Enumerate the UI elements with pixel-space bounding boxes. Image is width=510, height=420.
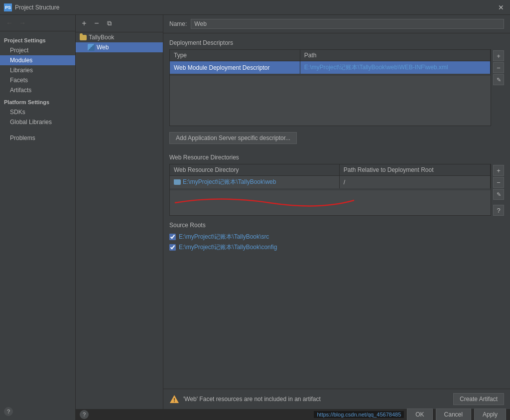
source-root-path-0: E:\myProject\记账本\TallyBook\src (179, 233, 269, 241)
source-roots-section: Source Roots E:\myProject\记账本\TallyBook\… (169, 222, 504, 253)
table-row[interactable]: E:\myProject\记账本\TallyBook\web / (170, 176, 491, 189)
name-label: Name: (169, 20, 187, 27)
main-layout: ← → Project Settings Project Modules Lib… (0, 15, 510, 420)
source-root-checkbox-0[interactable] (169, 234, 176, 240)
module-tree-panel: + − ⧉ TallyBook Web (76, 15, 163, 409)
bottom-bar-link: https://blog.csdn.net/qq_45678485 (314, 411, 404, 418)
sidebar-tree: Project Settings Project Modules Librari… (0, 31, 75, 403)
warning-text: 'Web' Facet resources are not included i… (183, 396, 449, 403)
bottom-help-button[interactable]: ? (80, 410, 89, 419)
source-root-checkbox-1[interactable] (169, 244, 176, 251)
svg-text:!: ! (173, 397, 175, 403)
wrd-row-directory: E:\myProject\记账本\TallyBook\web (170, 176, 339, 189)
add-descriptor-button[interactable]: Add Application Server specific descript… (169, 132, 297, 144)
sidebar-item-problems[interactable]: Problems (0, 133, 75, 143)
title-bar-text: Project Structure (15, 4, 59, 11)
warning-row: ! 'Web' Facet resources are not included… (163, 389, 510, 409)
dd-col-type: Type (170, 50, 300, 61)
right-panel: + − ⧉ TallyBook Web Name: (76, 15, 510, 420)
sidebar-item-artifacts[interactable]: Artifacts (0, 85, 75, 95)
deployment-descriptors-title: Deployment Descriptors (169, 39, 504, 46)
platform-settings-header: Platform Settings (0, 95, 75, 107)
content-split: + − ⧉ TallyBook Web Name: (76, 15, 510, 409)
wrd-table-wrapper: Web Resource Directory Path Relative to … (169, 164, 491, 216)
sidebar-item-global-libraries[interactable]: Global Libraries (0, 117, 75, 127)
forward-button[interactable]: → (17, 18, 28, 28)
wrd-help-button[interactable]: ? (493, 205, 504, 216)
source-root-item-0: E:\myProject\记账本\TallyBook\src (169, 232, 504, 242)
sidebar-item-modules[interactable]: Modules (0, 55, 75, 65)
name-input[interactable] (191, 19, 504, 29)
wrd-remove-button[interactable]: − (493, 177, 504, 188)
tree-item-web-label: Web (97, 44, 109, 51)
source-roots-title: Source Roots (169, 222, 504, 229)
deployment-descriptors-container: Type Path Web Module Deployment Descript… (169, 49, 504, 126)
content-scroll: Deployment Descriptors Type Path (163, 33, 510, 389)
table-row[interactable]: Web Module Deployment Descriptor E:\myPr… (170, 61, 491, 74)
source-root-item-1: E:\myProject\记账本\TallyBook\config (169, 242, 504, 253)
warning-icon: ! (169, 394, 179, 404)
name-row: Name: (163, 15, 510, 33)
wrd-table: Web Resource Directory Path Relative to … (170, 164, 491, 188)
apply-button[interactable]: Apply (474, 409, 506, 420)
project-settings-header: Project Settings (0, 33, 75, 45)
dd-row-type: Web Module Deployment Descriptor (170, 61, 300, 74)
bottom-bar: ? https://blog.csdn.net/qq_45678485 OK C… (76, 409, 510, 420)
remove-module-button[interactable]: − (91, 18, 102, 29)
red-annotation-svg (170, 193, 369, 213)
dir-icon (174, 179, 181, 185)
ok-button[interactable]: OK (407, 409, 432, 420)
cancel-button[interactable]: Cancel (436, 409, 471, 420)
title-bar: PS Project Structure ✕ (0, 0, 510, 15)
main-content: Name: Deployment Descriptors Type (163, 15, 510, 409)
wrd-col-directory: Web Resource Directory (170, 164, 339, 176)
web-resource-directories-title: Web Resource Directories (169, 154, 504, 161)
tree-item-tallybook-label: TallyBook (89, 34, 114, 41)
dd-remove-button[interactable]: − (493, 62, 504, 73)
folder-icon (80, 35, 87, 40)
source-root-path-1: E:\myProject\记账本\TallyBook\config (179, 243, 277, 252)
sidebar-item-sdks[interactable]: SDKs (0, 107, 75, 117)
dd-col-path: Path (300, 50, 490, 61)
wrd-row-relative-path: / (339, 176, 490, 189)
deployment-descriptors-table: Type Path Web Module Deployment Descript… (170, 50, 491, 74)
dd-add-button[interactable]: + (493, 50, 504, 61)
dd-side-buttons: + − ✎ (493, 49, 504, 126)
wrd-col-relative-path: Path Relative to Deployment Root (339, 164, 490, 176)
wrd-edit-button[interactable]: ✎ (493, 189, 504, 200)
create-artifact-button[interactable]: Create Artifact (453, 393, 504, 405)
close-button[interactable]: ✕ (496, 2, 506, 12)
back-button[interactable]: ← (4, 18, 15, 28)
wrd-empty-area (170, 190, 491, 215)
add-module-button[interactable]: + (79, 18, 90, 29)
sidebar-item-project[interactable]: Project (0, 45, 75, 55)
help-button[interactable]: ? (4, 407, 13, 416)
dd-edit-button[interactable]: ✎ (493, 74, 504, 85)
wrd-container: Web Resource Directory Path Relative to … (169, 164, 504, 216)
sidebar-toolbar: ← → (0, 15, 75, 31)
wrd-add-button[interactable]: + (493, 165, 504, 176)
sidebar-item-libraries[interactable]: Libraries (0, 65, 75, 75)
tree-item-tallybook[interactable]: TallyBook (76, 32, 163, 42)
copy-module-button[interactable]: ⧉ (104, 18, 115, 29)
app-icon: PS (4, 3, 12, 11)
dd-row-path: E:\myProject\记账本\TallyBook\web\WEB-INF\w… (300, 61, 490, 74)
deployment-descriptors-table-wrapper: Type Path Web Module Deployment Descript… (169, 49, 491, 126)
web-module-icon (88, 44, 95, 51)
sidebar: ← → Project Settings Project Modules Lib… (0, 15, 76, 420)
sidebar-item-facets[interactable]: Facets (0, 75, 75, 85)
wrd-side-buttons: + − ✎ ? (493, 164, 504, 216)
tree-item-web[interactable]: Web (76, 42, 163, 52)
